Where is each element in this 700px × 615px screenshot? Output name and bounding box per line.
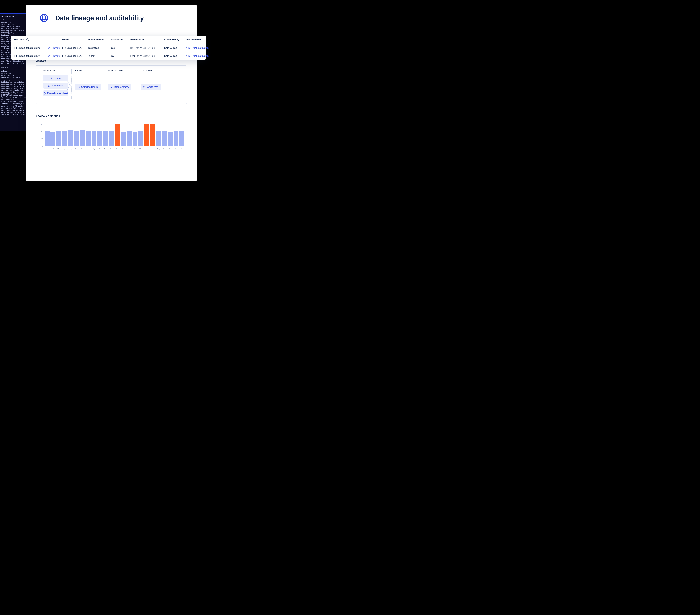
code-line: select <box>1 70 26 73</box>
preview-label: Preview <box>52 47 60 49</box>
chart-bar <box>121 132 126 146</box>
pill-label: Combined inputs <box>81 86 98 88</box>
chart-bar <box>50 132 55 146</box>
pill-label: Data summary <box>114 86 129 88</box>
refresh-icon <box>48 85 51 87</box>
x-tick-label: Dec <box>109 148 114 150</box>
chart-bar <box>74 131 79 146</box>
table-header-row: Raw data i Metric Import method Data sou… <box>11 36 206 44</box>
code-icon <box>184 54 187 57</box>
lineage-col-import: Data import Raw file Integra <box>40 69 72 99</box>
x-tick-label: Jul <box>80 148 85 150</box>
code-icon <box>184 47 187 49</box>
code-panel: Transformation selectsource_row,source_u… <box>0 13 28 131</box>
lineage-col-label: Transformation <box>108 69 134 72</box>
code-panel-title: Transformation <box>1 15 26 18</box>
y-tick-label: 0 <box>42 145 43 147</box>
code-line: building_name AS building_display_ <box>1 81 26 84</box>
pill-label: Waste type <box>147 86 158 88</box>
info-icon[interactable]: i <box>26 38 29 41</box>
col-import: Import method <box>88 38 110 41</box>
chart-icon <box>110 86 113 88</box>
chart-bar <box>103 132 108 146</box>
lineage-pill-summary[interactable]: Data summary <box>108 84 132 90</box>
eye-icon <box>48 47 51 49</box>
code-line: -- Change this <box>1 99 26 101</box>
table-row: export_9403953.csvPreviewE5: Resource us… <box>11 52 206 60</box>
chart-bar <box>150 124 155 146</box>
y-tick-label: 500 <box>41 138 43 140</box>
x-tick-label: Apr <box>62 148 67 150</box>
preview-link[interactable]: Preview <box>48 47 62 49</box>
file-icon <box>50 77 52 79</box>
anomaly-section: Anomaly detection 05001,0001,500 JanFebM… <box>30 114 192 151</box>
code-line: source_row, <box>1 73 26 75</box>
code-line: building_name, <box>1 32 26 34</box>
file-cell[interactable]: export_9403953.csv <box>14 54 48 57</box>
x-tick-label: Mar <box>126 148 132 150</box>
x-tick-label: Aug <box>86 148 90 150</box>
x-tick-label: Jan <box>45 148 49 150</box>
chart-bar <box>138 131 143 146</box>
col-metric: Metric <box>62 38 88 41</box>
sql-link[interactable]: SQL transformation <box>184 47 213 49</box>
lineage-pill-manual[interactable]: Manual spreadsheet <box>43 90 68 96</box>
x-tick-label: Oct <box>168 148 173 150</box>
svg-point-0 <box>40 14 48 22</box>
lineage-pill-rawfile[interactable]: Raw file <box>43 75 68 81</box>
x-tick-label: Jan <box>115 148 120 150</box>
import-cell: Export <box>88 54 110 57</box>
x-tick-label: Jul <box>150 148 155 150</box>
lineage-pill-combined[interactable]: Combined inputs <box>75 84 101 90</box>
submitted-by-cell: Sam Wilcox <box>164 47 184 49</box>
header: Data lineage and auditability <box>30 4 192 28</box>
x-tick-label: Oct <box>97 148 102 150</box>
lineage-box: Data import Raw file Integra <box>36 65 187 104</box>
globe-logo-icon <box>40 14 48 22</box>
submitted-at-cell: 11:34AM on 03/10/2023 <box>129 47 164 49</box>
y-tick-label: 1,500 <box>39 123 43 125</box>
lineage-section: Lineage Data import <box>30 59 192 104</box>
code-line: ELSE building_state END AS locatio <box>1 90 26 92</box>
code-line: source_row, <box>1 21 26 24</box>
file-name: export_9403953.xlsx <box>18 47 40 49</box>
code-line: power_provider AS vendor_entity, <box>1 105 26 108</box>
lineage-pill-integration[interactable]: Integration <box>43 83 68 89</box>
lineage-col-transform: Transformation Data summary <box>104 69 137 99</box>
submitted-by-cell: Sam Wilcox <box>164 54 184 57</box>
code-line: CASE WHEN building_name = 'DUB... <box>1 88 26 90</box>
chart-bar <box>144 124 149 146</box>
page-title: Data lineage and auditability <box>55 14 144 22</box>
col-submitted-by: Submitted by <box>164 38 184 41</box>
code-line: start_date_inclusive, <box>1 26 26 28</box>
code-line: CAST(REPLACE(electricity_consum <box>1 94 26 97</box>
code-line: building_country AS location_coun <box>1 92 26 94</box>
chart-bar <box>179 131 184 146</box>
file-cell[interactable]: export_9403953.xlsx <box>14 47 48 49</box>
lineage-col-label: Calculation <box>140 69 160 72</box>
code-line: building_name AS building_display_ <box>1 30 26 32</box>
sql-link[interactable]: SQL transformation <box>184 54 213 57</box>
lineage-col-review: Review Combined inputs <box>72 69 104 99</box>
x-tick-label: Sep <box>162 148 167 150</box>
preview-label: Preview <box>52 54 60 57</box>
file-icon <box>14 47 17 49</box>
code-line <box>1 65 26 66</box>
code-line: building_city AS location_city, <box>1 86 26 88</box>
anomaly-chart: 05001,0001,500 JanFebMarAprMayJunJulAugS… <box>36 121 187 151</box>
lineage-pill-waste[interactable]: Waste type <box>140 84 161 90</box>
chart-bar <box>156 132 161 146</box>
pill-label: Manual spreadsheet <box>47 92 68 95</box>
chart-bar <box>62 131 67 146</box>
lineage-col-calc: Calculation Waste type <box>137 69 163 99</box>
x-tick-label: Dec <box>179 148 184 150</box>
import-cell: Integration <box>88 47 110 49</box>
x-tick-label: Sep <box>91 148 96 150</box>
code-line: end_date_inclusive, <box>1 79 26 81</box>
chart-bar <box>168 132 173 146</box>
svg-point-1 <box>42 14 46 22</box>
preview-link[interactable]: Preview <box>48 54 62 57</box>
code-line: start_date_inclusive, <box>1 77 26 79</box>
chart-bar <box>45 131 50 146</box>
x-tick-label: Nov <box>103 148 108 150</box>
